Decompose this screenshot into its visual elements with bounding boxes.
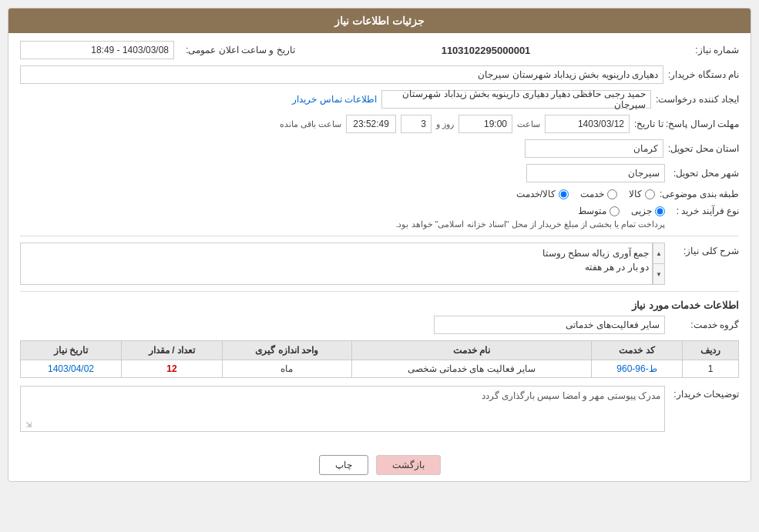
- cell-nam: سایر فعالیت های خدماتی شخصی: [351, 360, 592, 378]
- ostan-value: کرمان: [525, 139, 663, 158]
- daststgah-label: نام دستگاه خریدار:: [668, 69, 739, 80]
- goroh-label: گروه خدمت:: [670, 320, 739, 330]
- table-header-vahed: واحد اندازه گیری: [222, 341, 351, 360]
- radio-kala-khedmat-label: کالا/خدمت: [516, 189, 556, 199]
- radio-khedmat-item[interactable]: خدمت: [580, 189, 617, 199]
- sharh-label: شرح کلی نیاز:: [670, 246, 739, 256]
- cell-tarikh: 1403/04/02: [21, 360, 122, 378]
- mohlat-date: 1403/03/12: [545, 115, 630, 133]
- table-header-tarikh: تاریخ نیاز: [21, 341, 122, 360]
- shahr-label: شهر محل تحویل:: [670, 168, 739, 179]
- mohlat-saat-label: ساعت: [517, 119, 540, 129]
- services-table: ردیف کد خدمت نام خدمت واحد اندازه گیری ت…: [20, 340, 739, 378]
- radio-jozyi[interactable]: [655, 206, 665, 216]
- tabaqe-label: طبقه بندی موضوعی:: [660, 189, 739, 199]
- radio-kala-item[interactable]: کالا: [629, 189, 655, 199]
- mohlat-remaining: ساعت باقی مانده: [280, 119, 341, 129]
- radio-kala-khedmat[interactable]: [559, 189, 569, 199]
- radio-kala-label: کالا: [629, 189, 642, 199]
- cell-radif: 1: [682, 360, 738, 378]
- back-button[interactable]: بازگشت: [376, 455, 441, 475]
- ostan-label: استان محل تحویل:: [668, 143, 739, 154]
- shomara-label: شماره نیاز:: [670, 45, 739, 55]
- navoe-label: نوع فرآیند خرید :: [670, 206, 739, 216]
- table-header-radif: ردیف: [682, 341, 738, 360]
- date-announce-value: 1403/03/08 - 18:49: [20, 41, 174, 59]
- tabaqe-radio-group: کالا خدمت کالا/خدمت: [516, 189, 655, 199]
- cell-vahed: ماه: [222, 360, 351, 378]
- table-header-tedad: تعداد / مقدار: [121, 341, 222, 360]
- mohlat-roz-label: روز و: [436, 119, 454, 129]
- tosiyat-label: توضیحات خریدار:: [670, 389, 739, 400]
- daststgah-value: دهیاری دارینویه بخش زیداباد شهرستان سیرج…: [20, 65, 663, 84]
- radio-motavasset-item[interactable]: متوسط: [578, 206, 620, 216]
- ijad-value: حمید رجبی حافظی دهیار دهیاری دارینویه بخ…: [381, 90, 651, 109]
- navoe-radio-group: جزیی متوسط: [20, 206, 665, 216]
- bottom-buttons-area: بازگشت چاپ: [8, 446, 751, 481]
- cell-tedad: 12: [121, 360, 222, 378]
- scroll-down-icon[interactable]: ▼: [653, 264, 664, 284]
- description-scrollbar[interactable]: ▲ ▼: [653, 243, 665, 285]
- date-announce-label: تاریخ و ساعت اعلان عمومی:: [179, 45, 302, 55]
- print-button[interactable]: چاپ: [319, 455, 368, 475]
- radio-khedmat-label: خدمت: [580, 189, 604, 199]
- khadamat-section-title: اطلاعات خدمات مورد نیاز: [20, 299, 739, 311]
- shomara-value: 1103102295000001: [307, 45, 665, 56]
- table-header-nam: نام خدمت: [351, 341, 592, 360]
- divider-1: [20, 236, 739, 236]
- table-header-kod: کد خدمت: [592, 341, 683, 360]
- ijad-label: ایجاد کننده درخواست:: [656, 94, 739, 105]
- sharh-text2: دو بار در هر هفته: [542, 260, 649, 274]
- resize-handle-icon[interactable]: ⇲: [22, 420, 32, 430]
- scroll-up-icon[interactable]: ▲: [653, 243, 664, 264]
- sharh-content: جمع آوری زباله سطح روستا دو بار در هر هف…: [20, 243, 653, 285]
- radio-motavasset-label: متوسط: [578, 206, 606, 216]
- tosiyat-box: مدرک پیوستی مهر و امضا سپس بارگذاری گردد…: [20, 386, 665, 432]
- table-row: 1 ط-96-960 سایر فعالیت های خدماتی شخصی م…: [21, 360, 739, 378]
- radio-jozyi-label: جزیی: [631, 206, 652, 216]
- radio-khedmat[interactable]: [607, 189, 617, 199]
- purchase-description: پرداخت تمام یا بخشی از مبلغ خریدار از مح…: [20, 219, 665, 229]
- radio-motavasset[interactable]: [610, 206, 620, 216]
- tosiyat-text: مدرک پیوستی مهر و امضا سپس بارگذاری گردد: [482, 390, 660, 401]
- mohlat-countdown: 23:52:49: [346, 115, 396, 133]
- shahr-value: سیرجان: [526, 164, 665, 182]
- sharh-text1: جمع آوری زباله سطح روستا: [542, 246, 649, 260]
- cell-kod: ط-96-960: [592, 360, 683, 378]
- mohlat-roz-value: 3: [401, 115, 432, 133]
- ettelaat-link[interactable]: اطلاعات تماس خریدار: [292, 94, 377, 105]
- page-title: جزئیات اطلاعات نیاز: [8, 8, 751, 33]
- radio-kala[interactable]: [645, 189, 655, 199]
- radio-jozyi-item[interactable]: جزیی: [631, 206, 665, 216]
- goroh-value: سایر فعالیت‌های خدماتی: [434, 316, 665, 334]
- divider-2: [20, 291, 739, 292]
- mohlat-label: مهلت ارسال پاسخ: تا تاریخ:: [634, 119, 739, 129]
- mohlat-saat-value: 19:00: [458, 115, 512, 133]
- radio-kala-khedmat-item[interactable]: کالا/خدمت: [516, 189, 569, 199]
